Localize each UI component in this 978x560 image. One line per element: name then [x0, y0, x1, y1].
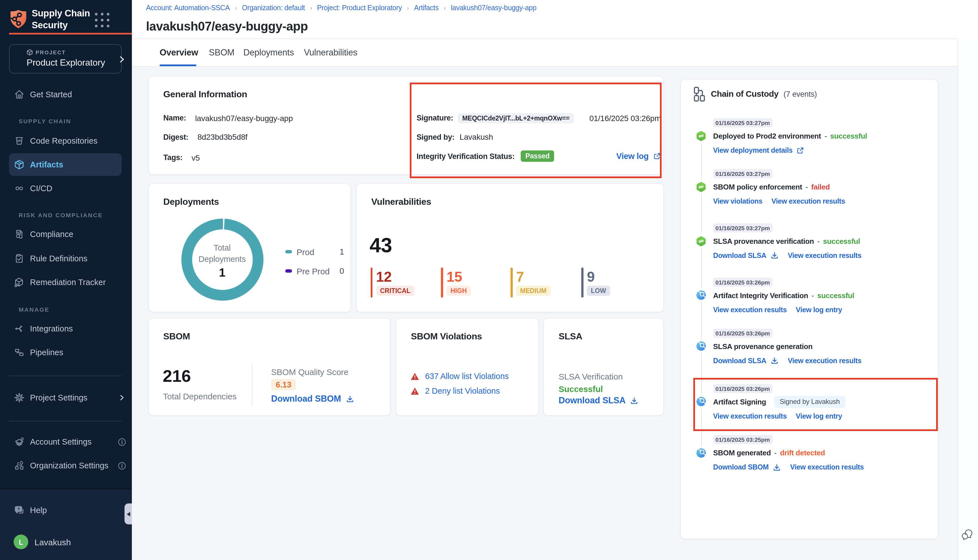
event-link[interactable]: View deployment details — [713, 147, 804, 155]
sidebar-item-rule-definitions[interactable]: Rule Definitions — [9, 247, 122, 270]
event-link[interactable]: View execution results — [713, 306, 787, 314]
sidebar-item-artifacts[interactable]: Artifacts — [9, 153, 122, 176]
event-separator: - — [817, 237, 819, 245]
severity-bar — [371, 268, 372, 298]
sidebar-item-get-started[interactable]: Get Started — [9, 83, 122, 106]
sidebar-item-label: Artifacts — [30, 160, 63, 169]
event-link[interactable]: View execution results — [771, 197, 845, 205]
sidebar-item-compliance[interactable]: Compliance — [9, 223, 122, 245]
link-label: Download SBOM — [271, 394, 341, 404]
tab-bar: Overview SBOM Deployments Vulnerabilitie… — [132, 39, 958, 67]
sidebar-item-account-settings[interactable]: Account Settings — [9, 430, 122, 453]
sidebar-collapse-handle[interactable] — [125, 503, 132, 524]
severity-bar — [441, 268, 443, 298]
severity-badge: MEDIUM — [516, 285, 551, 295]
sidebar-item-pipelines[interactable]: Pipelines — [9, 341, 122, 364]
sidebar-item-label: Code Repositories — [30, 136, 98, 145]
severity-count: 7 — [516, 269, 524, 285]
event-link[interactable]: Download SLSA — [713, 357, 779, 365]
sidebar-section-risk-compliance: RISK AND COMPLIANCE — [19, 212, 103, 218]
event-link-label: Download SLSA — [713, 357, 766, 365]
info-icon — [118, 461, 126, 470]
scan-circle-icon — [696, 342, 706, 351]
event-link[interactable]: View log entry — [796, 306, 842, 314]
severity-tile-1: 15 HIGH — [441, 268, 503, 299]
event-link[interactable]: View execution results — [790, 463, 864, 471]
event-link[interactable]: Download SBOM — [713, 463, 781, 472]
download-sbom-link[interactable]: Download SBOM — [271, 394, 354, 404]
event-title: SLSA provenance verification — [713, 237, 814, 245]
sbom-quality-badge: 6.13 — [271, 379, 296, 390]
breadcrumb-link-2[interactable]: Project: Product Exploratory — [317, 4, 402, 12]
event-status: drift detected — [780, 448, 825, 457]
chevron-right-icon — [118, 394, 126, 402]
card-title: Deployments — [163, 197, 219, 207]
event-title-row: SLSA provenance generation — [713, 340, 813, 352]
gi-digest-value: 8d23bd3b5d8f — [197, 132, 248, 142]
code-repo-icon — [13, 135, 25, 147]
external-link-icon — [797, 147, 804, 155]
sidebar-item-label: Remediation Tracker — [30, 278, 106, 287]
sidebar-user[interactable]: L Lavakush — [9, 531, 122, 553]
legend-label: Pre Prod — [297, 266, 330, 276]
sidebar-item-code-repositories[interactable]: Code Repositories — [9, 130, 122, 152]
layers-gear-icon — [13, 436, 25, 447]
event-separator: - — [774, 448, 776, 457]
svg-text:?: ? — [17, 507, 20, 512]
tab-sbom[interactable]: SBOM — [209, 39, 235, 66]
chain-of-custody-title: Chain of Custody — [711, 89, 778, 98]
tab-deployments[interactable]: Deployments — [244, 39, 294, 66]
breadcrumb-link-4[interactable]: lavakush07/easy-buggy-app — [451, 4, 537, 12]
download-icon — [630, 396, 639, 405]
download-slsa-link[interactable]: Download SLSA — [559, 395, 639, 405]
sidebar-item-remediation-tracker[interactable]: Remediation Tracker — [9, 271, 122, 293]
event-link[interactable]: View execution results — [788, 252, 861, 259]
tab-overview[interactable]: Overview — [160, 39, 198, 66]
tab-vulnerabilities[interactable]: Vulnerabilities — [304, 39, 357, 66]
severity-count: 9 — [587, 269, 595, 285]
harness-pipeline-hexagon-icon — [696, 236, 706, 246]
severity-badge: HIGH — [447, 285, 471, 295]
warning-triangle-icon — [411, 387, 419, 395]
card-title: SLSA — [559, 332, 582, 342]
cube-wrench-icon — [13, 277, 25, 288]
scan-circle-icon — [696, 290, 706, 300]
event-link-label: View execution results — [788, 252, 861, 259]
chain-of-custody-count: (7 events) — [784, 90, 817, 98]
sidebar: Supply Chain Security PROJECT Product Ex… — [0, 0, 132, 560]
event-timestamp: 01/16/2025 03:27pm — [713, 169, 773, 178]
info-icon — [118, 438, 126, 446]
download-icon — [770, 251, 779, 260]
breadcrumb-link-0[interactable]: Account: Automation-SSCA — [146, 4, 230, 12]
sidebar-item-label: Rule Definitions — [30, 254, 87, 263]
breadcrumb-link-3[interactable]: Artifacts — [414, 4, 439, 12]
sidebar-item-label: Project Settings — [30, 393, 87, 402]
node-arrows-icon — [13, 323, 25, 334]
chat-bubble-icon[interactable] — [961, 529, 973, 541]
sidebar-item-label: Help — [30, 506, 47, 515]
event-icon-wrap — [696, 288, 707, 302]
event-icon-wrap — [696, 446, 707, 460]
event-link[interactable]: View violations — [713, 197, 763, 205]
event-link[interactable]: View execution results — [788, 357, 861, 365]
sidebar-item-label: Account Settings — [30, 437, 92, 446]
severity-bar — [511, 268, 512, 298]
event-title: SBOM policy enforcement — [713, 183, 802, 191]
breadcrumb: Account: Automation-SSCA › Organization:… — [146, 4, 537, 12]
sidebar-item-project-settings[interactable]: Project Settings — [9, 386, 122, 409]
project-selector[interactable]: PROJECT Product Exploratory — [9, 44, 122, 73]
event-link[interactable]: Download SLSA — [713, 251, 779, 260]
breadcrumb-link-1[interactable]: Organization: default — [242, 4, 305, 12]
sidebar-item-integrations[interactable]: Integrations — [9, 317, 122, 340]
app-grid-icon[interactable] — [95, 12, 110, 28]
event-separator: - — [824, 132, 826, 140]
sidebar-item-label: Pipelines — [30, 348, 63, 357]
sidebar-item-cicd[interactable]: CI/CD — [9, 177, 122, 200]
event-timestamp: 01/16/2025 03:27pm — [713, 223, 773, 232]
sidebar-item-help[interactable]: ? Help — [9, 499, 122, 522]
tab-label: SBOM — [209, 48, 235, 58]
allow-list-violations-link[interactable]: 637 Allow list Violations — [425, 372, 509, 381]
deny-list-violations-link[interactable]: 2 Deny list Violations — [425, 386, 500, 395]
gi-tags-row: Tags: v5 — [163, 152, 200, 163]
sidebar-item-organization-settings[interactable]: Organization Settings — [9, 454, 122, 477]
